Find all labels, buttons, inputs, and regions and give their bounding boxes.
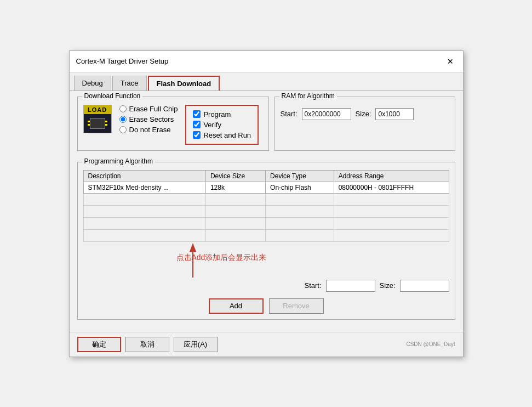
do-not-erase-option[interactable]: Do not Erase: [119, 126, 178, 134]
reset-run-checkbox[interactable]: [193, 131, 201, 139]
cell-device-size: 128k: [205, 182, 265, 193]
top-row: Download Function LOAD Erase Full Chip: [77, 97, 455, 156]
reset-run-checkbox-item[interactable]: Reset and Run: [193, 131, 251, 139]
programming-algorithm-title: Programming Algorithm: [82, 157, 155, 165]
tab-flash-download[interactable]: Flash Download: [148, 76, 220, 91]
algo-table: Description Device Size Device Type Addr…: [83, 170, 449, 242]
col-address-range: Address Range: [334, 170, 449, 182]
erase-full-chip-option[interactable]: Erase Full Chip: [119, 105, 178, 113]
table-row[interactable]: STM32F10x Med-density ... 128k On-chip F…: [83, 182, 449, 193]
ram-algorithm-group: RAM for Algorithm Start: Size:: [274, 97, 455, 151]
ram-start-input[interactable]: [302, 108, 351, 120]
add-button[interactable]: Add: [209, 298, 264, 314]
empty-row-2: [83, 205, 449, 217]
load-icon: LOAD: [83, 105, 112, 133]
ram-algorithm-title: RAM for Algorithm: [279, 92, 337, 100]
empty-row-4: [83, 229, 449, 241]
ram-start-label: Start:: [281, 110, 298, 118]
cell-description: STM32F10x Med-density ...: [83, 182, 205, 193]
ram-content: Start: Size:: [281, 105, 449, 120]
title-bar: Cortex-M Target Driver Setup ✕: [70, 51, 463, 72]
close-button[interactable]: ✕: [444, 55, 456, 67]
watermark: CSDN @ONE_DayI: [406, 341, 455, 347]
erase-options: Erase Full Chip Erase Sectors Do not Era…: [119, 105, 178, 134]
col-device-size: Device Size: [205, 170, 265, 182]
erase-sectors-option[interactable]: Erase Sectors: [119, 115, 178, 123]
dialog-body: Download Function LOAD Erase Full Chip: [70, 91, 463, 332]
empty-row-3: [83, 217, 449, 229]
size-label: Size:: [380, 281, 396, 290]
ram-size-input[interactable]: [375, 108, 414, 120]
apply-button[interactable]: 应用(A): [174, 337, 218, 352]
annotation-text: 点击Add添加后会显示出来: [176, 253, 267, 263]
program-checkbox[interactable]: [193, 110, 201, 118]
cancel-button[interactable]: 取消: [125, 337, 169, 352]
cell-device-type: On-chip Flash: [266, 182, 334, 193]
verify-checkbox-item[interactable]: Verify: [193, 121, 251, 129]
erase-full-chip-radio[interactable]: [119, 105, 127, 112]
verify-checkbox[interactable]: [193, 121, 201, 128]
download-function-content: LOAD Erase Full Chip Erase S: [83, 105, 263, 145]
load-label: LOAD: [84, 105, 111, 114]
start-label: Start:: [305, 281, 322, 290]
annotation-container: 点击Add添加后会显示出来: [83, 242, 449, 278]
programming-algorithm-group: Programming Algorithm Description Device…: [77, 162, 455, 320]
bottom-fields: Start: Size:: [83, 278, 449, 294]
erase-sectors-radio[interactable]: [119, 116, 127, 123]
tab-bar: Debug Trace Flash Download: [70, 72, 463, 91]
ram-size-label: Size:: [356, 110, 371, 118]
action-checkboxes: Program Verify Reset and Run: [185, 105, 259, 145]
load-chip-visual: [84, 114, 111, 133]
algo-section: Description Device Size Device Type Addr…: [83, 170, 449, 278]
program-checkbox-item[interactable]: Program: [193, 110, 251, 118]
main-dialog: Cortex-M Target Driver Setup ✕ Debug Tra…: [69, 50, 464, 357]
empty-row-1: [83, 193, 449, 205]
cell-address-range: 08000000H - 0801FFFFH: [334, 182, 449, 193]
remove-button[interactable]: Remove: [269, 298, 324, 314]
do-not-erase-radio[interactable]: [119, 126, 127, 133]
size-input[interactable]: [400, 280, 449, 292]
tab-trace[interactable]: Trace: [112, 76, 147, 91]
ok-button[interactable]: 确定: [77, 337, 121, 352]
download-function-group: Download Function LOAD Erase Full Chip: [77, 97, 269, 151]
tab-debug[interactable]: Debug: [74, 76, 111, 91]
download-function-title: Download Function: [82, 92, 143, 100]
col-description: Description: [83, 170, 205, 182]
col-device-type: Device Type: [266, 170, 334, 182]
add-remove-row: Add Remove: [83, 298, 449, 314]
dialog-footer: 确定 取消 应用(A) CSDN @ONE_DayI: [70, 332, 463, 357]
dialog-title: Cortex-M Target Driver Setup: [76, 57, 169, 65]
start-input[interactable]: [326, 280, 375, 292]
chip-graphic: [90, 118, 105, 129]
